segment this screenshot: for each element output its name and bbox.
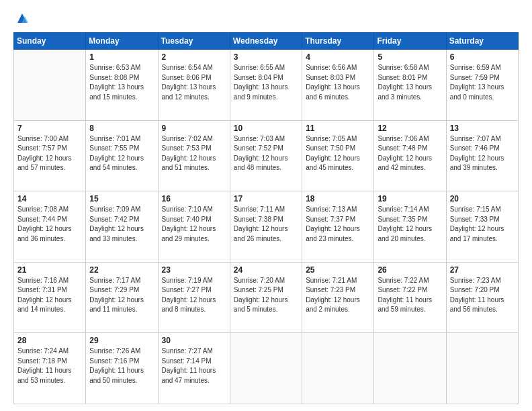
calendar-cell: 30Sunrise: 7:27 AM Sunset: 7:14 PM Dayli… [158,333,230,404]
day-info: Sunrise: 7:23 AM Sunset: 7:20 PM Dayligh… [450,276,515,315]
calendar-cell: 20Sunrise: 7:15 AM Sunset: 7:33 PM Dayli… [446,191,518,263]
calendar-cell: 1Sunrise: 6:53 AM Sunset: 8:08 PM Daylig… [86,50,158,121]
calendar-cell: 28Sunrise: 7:24 AM Sunset: 7:18 PM Dayli… [14,333,86,404]
header-tuesday: Tuesday [158,33,230,50]
calendar-cell: 13Sunrise: 7:07 AM Sunset: 7:46 PM Dayli… [446,120,518,191]
day-info: Sunrise: 7:24 AM Sunset: 7:18 PM Dayligh… [17,347,82,385]
calendar-cell: 17Sunrise: 7:11 AM Sunset: 7:38 PM Dayli… [230,191,302,263]
day-number: 7 [17,124,82,133]
day-info: Sunrise: 7:10 AM Sunset: 7:40 PM Dayligh… [162,205,226,244]
day-info: Sunrise: 7:15 AM Sunset: 7:33 PM Dayligh… [450,205,515,244]
calendar-cell: 27Sunrise: 7:23 AM Sunset: 7:20 PM Dayli… [446,262,518,333]
day-info: Sunrise: 7:22 AM Sunset: 7:22 PM Dayligh… [378,276,442,315]
calendar-cell: 4Sunrise: 6:56 AM Sunset: 8:03 PM Daylig… [302,50,374,121]
calendar-cell: 10Sunrise: 7:03 AM Sunset: 7:52 PM Dayli… [230,120,302,191]
day-info: Sunrise: 7:09 AM Sunset: 7:42 PM Dayligh… [89,205,154,244]
day-info: Sunrise: 7:11 AM Sunset: 7:38 PM Dayligh… [234,205,298,244]
day-number: 20 [450,194,515,203]
header-wednesday: Wednesday [230,33,302,50]
header-thursday: Thursday [302,33,374,50]
day-info: Sunrise: 7:01 AM Sunset: 7:55 PM Dayligh… [89,134,154,173]
calendar-cell: 22Sunrise: 7:17 AM Sunset: 7:29 PM Dayli… [86,262,158,333]
day-number: 25 [306,265,370,275]
calendar-cell: 3Sunrise: 6:55 AM Sunset: 8:04 PM Daylig… [230,50,302,121]
day-number: 14 [17,194,82,203]
calendar-cell [446,333,518,404]
day-number: 4 [306,52,370,62]
day-number: 23 [162,265,226,275]
day-number: 15 [89,194,154,203]
day-number: 22 [89,265,154,275]
day-number: 10 [234,124,298,133]
day-number: 21 [17,265,82,275]
day-number: 24 [234,265,298,275]
calendar-cell: 12Sunrise: 7:06 AM Sunset: 7:48 PM Dayli… [374,120,446,191]
day-info: Sunrise: 7:05 AM Sunset: 7:50 PM Dayligh… [306,134,370,173]
day-number: 1 [89,52,154,62]
calendar-cell: 14Sunrise: 7:08 AM Sunset: 7:44 PM Dayli… [14,191,86,263]
day-info: Sunrise: 6:56 AM Sunset: 8:03 PM Dayligh… [306,63,370,102]
calendar-table: Sunday Monday Tuesday Wednesday Thursday… [13,32,519,404]
day-info: Sunrise: 7:20 AM Sunset: 7:25 PM Dayligh… [234,276,298,315]
calendar-cell: 21Sunrise: 7:16 AM Sunset: 7:31 PM Dayli… [14,262,86,333]
day-info: Sunrise: 6:59 AM Sunset: 7:59 PM Dayligh… [450,63,515,102]
day-info: Sunrise: 7:19 AM Sunset: 7:27 PM Dayligh… [162,276,226,315]
calendar-cell: 7Sunrise: 7:00 AM Sunset: 7:57 PM Daylig… [14,120,86,191]
day-info: Sunrise: 7:07 AM Sunset: 7:46 PM Dayligh… [450,134,515,173]
day-info: Sunrise: 7:00 AM Sunset: 7:57 PM Dayligh… [17,134,82,173]
day-number: 3 [234,52,298,62]
calendar-cell: 26Sunrise: 7:22 AM Sunset: 7:22 PM Dayli… [374,262,446,333]
calendar-cell: 15Sunrise: 7:09 AM Sunset: 7:42 PM Dayli… [86,191,158,263]
calendar-cell: 6Sunrise: 6:59 AM Sunset: 7:59 PM Daylig… [446,50,518,121]
day-info: Sunrise: 6:54 AM Sunset: 8:06 PM Dayligh… [162,63,226,102]
calendar-cell: 2Sunrise: 6:54 AM Sunset: 8:06 PM Daylig… [158,50,230,121]
calendar-cell: 24Sunrise: 7:20 AM Sunset: 7:25 PM Dayli… [230,262,302,333]
day-info: Sunrise: 6:58 AM Sunset: 8:01 PM Dayligh… [378,63,442,102]
calendar-cell: 29Sunrise: 7:26 AM Sunset: 7:16 PM Dayli… [86,333,158,404]
calendar-header-row: Sunday Monday Tuesday Wednesday Thursday… [14,33,519,50]
day-number: 11 [306,124,370,133]
calendar-cell: 11Sunrise: 7:05 AM Sunset: 7:50 PM Dayli… [302,120,374,191]
day-number: 9 [162,124,226,133]
day-info: Sunrise: 6:55 AM Sunset: 8:04 PM Dayligh… [234,63,298,102]
calendar-cell [230,333,302,404]
day-number: 27 [450,265,515,275]
calendar-cell [14,50,86,121]
day-info: Sunrise: 7:21 AM Sunset: 7:23 PM Dayligh… [306,276,370,315]
calendar-cell: 19Sunrise: 7:14 AM Sunset: 7:35 PM Dayli… [374,191,446,263]
day-number: 19 [378,194,442,203]
calendar-cell [374,333,446,404]
day-info: Sunrise: 7:06 AM Sunset: 7:48 PM Dayligh… [378,134,442,173]
day-number: 16 [162,194,226,203]
day-number: 18 [306,194,370,203]
day-info: Sunrise: 7:26 AM Sunset: 7:16 PM Dayligh… [89,347,154,385]
day-info: Sunrise: 7:16 AM Sunset: 7:31 PM Dayligh… [17,276,82,315]
header-sunday: Sunday [14,33,86,50]
day-number: 2 [162,52,226,62]
day-number: 6 [450,52,515,62]
calendar-cell: 8Sunrise: 7:01 AM Sunset: 7:55 PM Daylig… [86,120,158,191]
day-info: Sunrise: 7:03 AM Sunset: 7:52 PM Dayligh… [234,134,298,173]
day-number: 13 [450,124,515,133]
day-number: 8 [89,124,154,133]
day-number: 17 [234,194,298,203]
day-info: Sunrise: 7:27 AM Sunset: 7:14 PM Dayligh… [162,347,226,385]
calendar-cell: 23Sunrise: 7:19 AM Sunset: 7:27 PM Dayli… [158,262,230,333]
calendar-cell [302,333,374,404]
header-friday: Friday [374,33,446,50]
day-info: Sunrise: 6:53 AM Sunset: 8:08 PM Dayligh… [89,63,154,102]
logo [13,12,30,26]
day-info: Sunrise: 7:13 AM Sunset: 7:37 PM Dayligh… [306,205,370,244]
header [13,12,519,26]
header-monday: Monday [86,33,158,50]
day-info: Sunrise: 7:14 AM Sunset: 7:35 PM Dayligh… [378,205,442,244]
calendar-cell: 16Sunrise: 7:10 AM Sunset: 7:40 PM Dayli… [158,191,230,263]
day-number: 28 [17,336,82,345]
calendar-cell: 9Sunrise: 7:02 AM Sunset: 7:53 PM Daylig… [158,120,230,191]
day-info: Sunrise: 7:02 AM Sunset: 7:53 PM Dayligh… [162,134,226,173]
day-info: Sunrise: 7:08 AM Sunset: 7:44 PM Dayligh… [17,205,82,244]
day-number: 5 [378,52,442,62]
calendar-cell: 18Sunrise: 7:13 AM Sunset: 7:37 PM Dayli… [302,191,374,263]
header-saturday: Saturday [446,33,518,50]
day-number: 30 [162,336,226,345]
